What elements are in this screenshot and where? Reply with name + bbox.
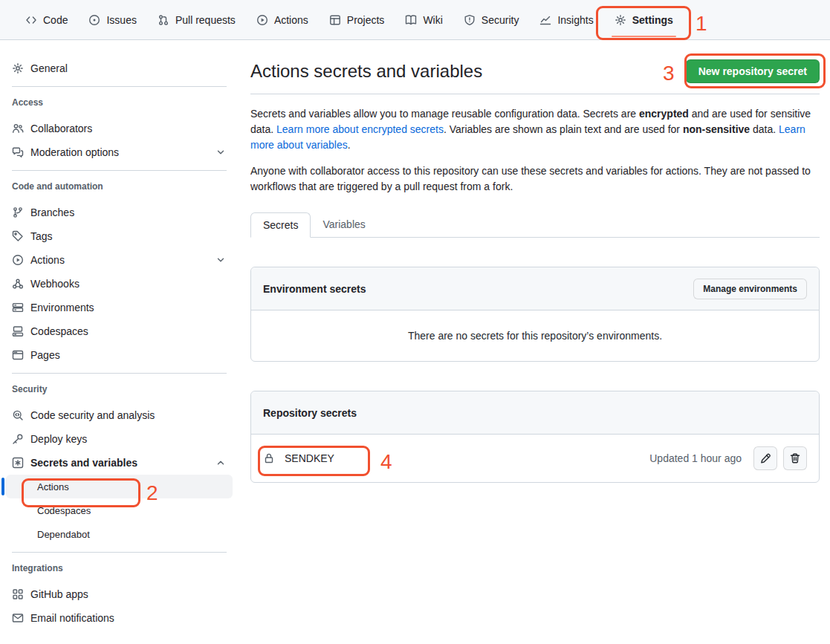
asterisk-box-icon: [12, 457, 24, 469]
table-icon: [329, 14, 341, 26]
sidebar-item-label: Code security and analysis: [30, 409, 155, 421]
sidebar-item-deploy-keys[interactable]: Deploy keys: [0, 427, 239, 451]
environment-secrets-title: Environment secrets: [263, 283, 366, 295]
description-paragraph: Secrets and variables allow you to manag…: [250, 106, 820, 153]
github-settings-page: Code Issues Pull requests Actions Projec…: [0, 0, 830, 644]
sidebar-item-label: Actions: [30, 254, 208, 266]
tag-icon: [12, 230, 24, 242]
sidebar-item-label: Webhooks: [30, 278, 80, 290]
tab-code[interactable]: Code: [15, 0, 78, 39]
sidebar-item-label: General: [30, 62, 68, 74]
tab-insights-label: Insights: [557, 14, 593, 26]
tab-actions-label: Actions: [274, 14, 308, 26]
pencil-icon: [759, 452, 771, 464]
sidebar-item-general[interactable]: General: [0, 56, 239, 80]
chevron-down-icon: [215, 146, 227, 158]
repository-secrets-title: Repository secrets: [263, 407, 357, 419]
mail-icon: [12, 612, 24, 624]
sidebar-item-label: Collaborators: [30, 123, 92, 134]
collaborator-access-paragraph: Anyone with collaborator access to this …: [250, 163, 820, 195]
gear-icon: [12, 62, 24, 74]
tab-projects[interactable]: Projects: [319, 0, 395, 39]
issue-opened-icon: [88, 14, 100, 26]
encrypted-bold: encrypted: [639, 108, 689, 120]
chevron-down-icon: [215, 254, 227, 266]
sidebar-item-label: Email notifications: [30, 612, 114, 624]
sidebar-section-code-automation: Code and automation: [0, 171, 239, 201]
tab-issues-label: Issues: [106, 14, 136, 26]
tab-insights[interactable]: Insights: [529, 0, 603, 39]
secret-name: SENDKEY: [285, 452, 334, 464]
tab-security[interactable]: Security: [453, 0, 530, 39]
sidebar-item-github-apps[interactable]: GitHub apps: [0, 582, 239, 606]
secret-row: SENDKEY Updated 1 hour ago: [251, 435, 819, 482]
tab-wiki[interactable]: Wiki: [395, 0, 453, 39]
sidebar-item-label: Tags: [30, 230, 53, 242]
sidebar-item-actions[interactable]: Actions: [0, 248, 239, 272]
sidebar-item-secrets-and-variables[interactable]: Secrets and variables: [0, 451, 239, 475]
environment-secrets-empty-message: There are no secrets for this repository…: [251, 310, 819, 361]
play-icon: [256, 14, 268, 26]
tab-security-label: Security: [482, 14, 519, 26]
code-icon: [25, 14, 37, 26]
sidebar-item-email-notifications[interactable]: Email notifications: [0, 606, 239, 630]
settings-sidebar: General Access Collaborators Moderation …: [0, 40, 239, 630]
sidebar-item-pages[interactable]: Pages: [0, 343, 239, 367]
sidebar-item-collaborators[interactable]: Collaborators: [0, 117, 239, 140]
sidebar-subitem-actions[interactable]: Actions: [6, 475, 233, 498]
sidebar-subitem-dependabot[interactable]: Dependabot: [6, 522, 233, 546]
new-repository-secret-button[interactable]: New repository secret: [686, 59, 820, 83]
secret-updated-time: Updated 1 hour ago: [649, 452, 742, 464]
sidebar-item-codespaces[interactable]: Codespaces: [0, 319, 239, 343]
sidebar-item-label: Secrets and variables: [30, 457, 208, 469]
tab-actions[interactable]: Actions: [246, 0, 319, 39]
tab-projects-label: Projects: [347, 14, 385, 26]
tab-variables[interactable]: Variables: [311, 212, 377, 237]
non-sensitive-bold: non-sensitive: [683, 123, 750, 135]
sidebar-item-webhooks[interactable]: Webhooks: [0, 272, 239, 296]
sidebar-item-code-security[interactable]: Code security and analysis: [0, 403, 239, 427]
delete-secret-button[interactable]: [783, 446, 807, 470]
gear-icon: [615, 14, 626, 26]
book-icon: [405, 14, 417, 26]
tab-settings[interactable]: Settings: [604, 0, 684, 39]
server-icon: [12, 302, 24, 313]
chevron-up-icon: [215, 457, 227, 469]
tab-pull-requests-label: Pull requests: [175, 14, 236, 26]
tab-wiki-label: Wiki: [423, 14, 442, 26]
webhook-icon: [12, 278, 24, 290]
sidebar-item-label: Pages: [30, 349, 60, 361]
sidebar-item-label: Moderation options: [30, 146, 208, 158]
codescan-icon: [12, 409, 24, 421]
repository-secrets-card: Repository secrets SENDKEY Updated 1 hou…: [250, 391, 820, 483]
sidebar-item-environments[interactable]: Environments: [0, 296, 239, 319]
tab-issues[interactable]: Issues: [78, 0, 146, 39]
shield-icon: [464, 14, 476, 26]
comment-discussion-icon: [12, 146, 24, 158]
learn-more-encrypted-secrets-link[interactable]: Learn more about encrypted secrets: [276, 123, 444, 135]
edit-secret-button[interactable]: [753, 446, 777, 470]
description-text: data.: [750, 123, 779, 135]
codespaces-icon: [12, 325, 24, 337]
people-icon: [12, 123, 24, 134]
manage-environments-button[interactable]: Manage environments: [693, 279, 807, 299]
sidebar-item-label: Deploy keys: [30, 433, 87, 445]
sidebar-subitem-codespaces[interactable]: Codespaces: [6, 498, 233, 522]
sidebar-item-label: Codespaces: [30, 325, 88, 337]
lock-icon: [263, 452, 275, 464]
sidebar-item-branches[interactable]: Branches: [0, 201, 239, 224]
description-text: . Variables are shown as plain text and …: [444, 123, 683, 135]
sidebar-section-access: Access: [0, 87, 239, 117]
sidebar-item-tags[interactable]: Tags: [0, 224, 239, 248]
sidebar-item-moderation-options[interactable]: Moderation options: [0, 140, 239, 164]
description-text: .: [348, 139, 351, 151]
active-tab-underline: [612, 36, 676, 37]
tab-pull-requests[interactable]: Pull requests: [147, 0, 246, 39]
sidebar-section-integrations: Integrations: [0, 553, 239, 582]
environment-secrets-card: Environment secrets Manage environments …: [250, 267, 820, 362]
tab-secrets[interactable]: Secrets: [250, 212, 311, 238]
sidebar-subitem-label: Dependabot: [37, 529, 90, 540]
tab-code-label: Code: [43, 14, 68, 26]
git-pull-request-icon: [158, 14, 169, 26]
apps-icon: [12, 588, 24, 600]
